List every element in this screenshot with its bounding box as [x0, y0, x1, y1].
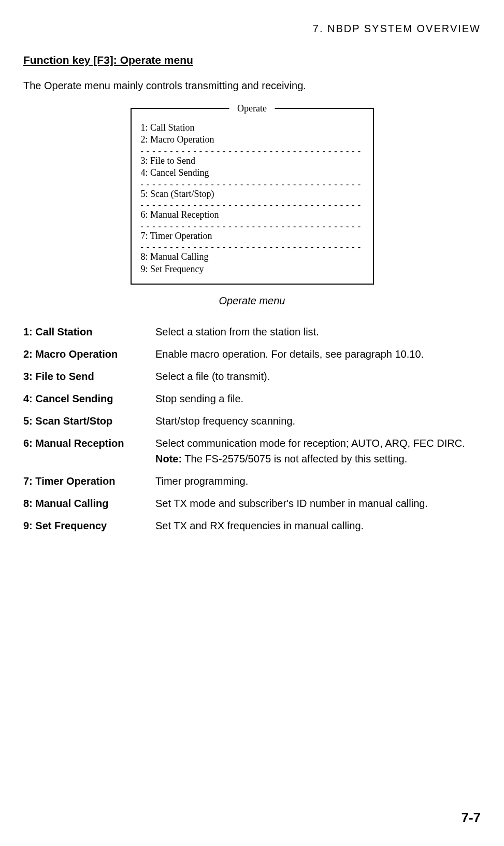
definition-row: 9: Set Frequency Set TX and RX frequenci…	[23, 518, 481, 533]
menu-item: 8: Manual Calling	[141, 251, 364, 263]
definition-desc: Select a file (to transmit).	[155, 369, 481, 384]
definition-desc: Select a station from the station list.	[155, 324, 481, 340]
definition-row: 8: Manual Calling Set TX mode and subscr…	[23, 496, 481, 511]
intro-text: The Operate menu mainly controls transmi…	[23, 78, 481, 93]
section-title: Function key [F3]: Operate menu	[23, 52, 481, 68]
definition-desc-line1: Select communication mode for reception;…	[155, 438, 465, 449]
menu-item: 5: Scan (Start/Stop)	[141, 188, 364, 200]
definition-desc: Set TX and RX frequencies in manual call…	[155, 518, 481, 533]
definition-row: 1: Call Station Select a station from th…	[23, 324, 481, 340]
menu-box-title: Operate	[229, 103, 275, 115]
page-number: 7-7	[461, 808, 481, 828]
definition-desc: Enable macro operation. For details, see…	[155, 346, 481, 362]
menu-item: 3: File to Send	[141, 155, 364, 167]
separator: - - - - - - - - - - - - - - - - - - - - …	[141, 242, 364, 250]
definition-desc: Set TX mode and subscriber's ID number i…	[155, 496, 481, 511]
menu-item: 2: Macro Operation	[141, 134, 364, 146]
definition-row: 6: Manual Reception Select communication…	[23, 435, 481, 467]
definition-row: 3: File to Send Select a file (to transm…	[23, 369, 481, 384]
separator: - - - - - - - - - - - - - - - - - - - - …	[141, 200, 364, 208]
note-text: The FS-2575/5075 is not affected by this…	[182, 453, 407, 464]
definition-term: 4: Cancel Sending	[23, 391, 155, 406]
definition-term: 7: Timer Operation	[23, 473, 155, 489]
definition-term: 5: Scan Start/Stop	[23, 413, 155, 429]
menu-item: 1: Call Station	[141, 122, 364, 134]
definition-term: 1: Call Station	[23, 324, 155, 340]
definition-row: 2: Macro Operation Enable macro operatio…	[23, 346, 481, 362]
menu-box-wrapper: Operate 1: Call Station 2: Macro Operati…	[23, 108, 481, 285]
definition-row: 7: Timer Operation Timer programming.	[23, 473, 481, 489]
menu-item: 7: Timer Operation	[141, 230, 364, 242]
page-header: 7. NBDP SYSTEM OVERVIEW	[23, 21, 481, 36]
definition-desc: Stop sending a file.	[155, 391, 481, 406]
operate-menu-box: Operate 1: Call Station 2: Macro Operati…	[131, 108, 374, 285]
definition-term: 9: Set Frequency	[23, 518, 155, 533]
definition-desc: Start/stop frequency scanning.	[155, 413, 481, 429]
separator: - - - - - - - - - - - - - - - - - - - - …	[141, 179, 364, 188]
figure-caption: Operate menu	[23, 293, 481, 308]
note-label: Note:	[155, 453, 182, 464]
menu-item: 4: Cancel Sending	[141, 167, 364, 179]
separator: - - - - - - - - - - - - - - - - - - - - …	[141, 146, 364, 154]
definition-term: 3: File to Send	[23, 369, 155, 384]
definition-term: 8: Manual Calling	[23, 496, 155, 511]
definition-desc: Timer programming.	[155, 473, 481, 489]
definitions-list: 1: Call Station Select a station from th…	[23, 324, 481, 533]
definition-desc: Select communication mode for reception;…	[155, 435, 481, 467]
separator: - - - - - - - - - - - - - - - - - - - - …	[141, 221, 364, 230]
definition-term: 6: Manual Reception	[23, 435, 155, 451]
menu-item: 6: Manual Reception	[141, 209, 364, 221]
definition-row: 5: Scan Start/Stop Start/stop frequency …	[23, 413, 481, 429]
menu-item: 9: Set Frequency	[141, 263, 364, 275]
definition-term: 2: Macro Operation	[23, 346, 155, 362]
definition-row: 4: Cancel Sending Stop sending a file.	[23, 391, 481, 406]
